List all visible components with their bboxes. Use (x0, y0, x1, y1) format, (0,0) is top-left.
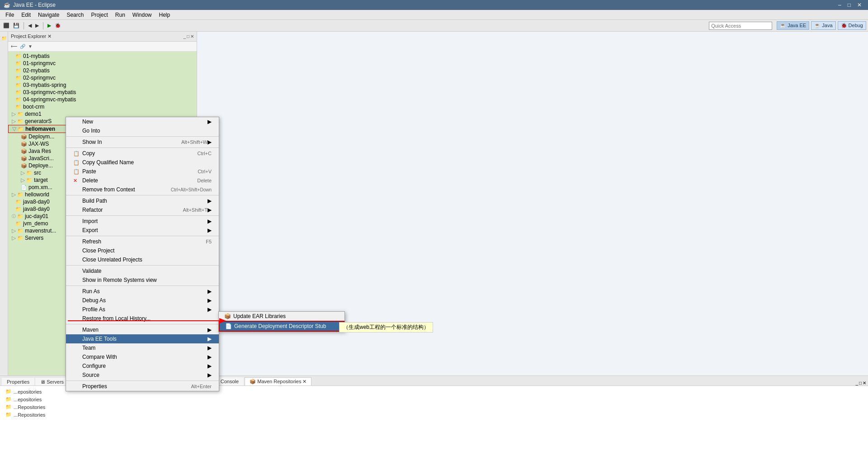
pe-menu[interactable]: ▼ (27, 43, 33, 49)
pe-actions: _ □ ✕ (183, 34, 194, 39)
cm-sep-5 (66, 236, 219, 236)
menu-navigate[interactable]: Navigate (34, 11, 63, 19)
bottom-panel-minimize[interactable]: _ (855, 380, 858, 385)
bottom-panel-maximize[interactable]: □ (859, 380, 862, 385)
cm-sep-4 (66, 215, 219, 216)
repo-item-2: 📁...epositories (2, 395, 866, 403)
tree-item-boot-crm[interactable]: 📁boot-crm (8, 103, 197, 110)
app-icon: ☕ (4, 2, 10, 8)
context-menu: New▶ Go Into Show InAlt+Shift+W▶ 📋CopyCt… (66, 117, 219, 391)
menu-file[interactable]: File (2, 11, 18, 19)
cm-sep-1 (66, 136, 219, 137)
sm-update-ear-label: Update EAR Libraries (233, 313, 286, 319)
cm-properties[interactable]: PropertiesAlt+Enter (66, 382, 219, 391)
java-ee-submenu: 📦 Update EAR Libraries 📄 Generate Deploy… (218, 311, 345, 332)
cm-refresh[interactable]: RefreshF5 (66, 237, 219, 246)
menu-search[interactable]: Search (63, 11, 87, 19)
cm-show-remote[interactable]: Show in Remote Systems view (66, 276, 219, 285)
tb-back-button[interactable]: ◀ (27, 22, 33, 29)
menu-project[interactable]: Project (87, 11, 111, 19)
toolbar: ⬛ 💾 ◀ ▶ ▶ 🐞 ☕ Java EE ☕ Java 🐞 Debug (0, 20, 868, 32)
perspective-java[interactable]: ☕ Java (811, 21, 835, 30)
repo-item-3: 📁...Repositories (2, 403, 866, 411)
close-button[interactable]: ✕ (854, 2, 864, 8)
tree-item-01springmvc[interactable]: 📁01-springmvc (8, 60, 197, 67)
cm-source[interactable]: Source▶ (66, 371, 219, 380)
cm-configure[interactable]: Configure▶ (66, 361, 219, 371)
cm-debug-as[interactable]: Debug As▶ (66, 296, 219, 305)
cm-compare-with[interactable]: Compare With▶ (66, 352, 219, 361)
sm-generate-descriptor[interactable]: 📄 Generate Deployment Descriptor Stub (219, 321, 344, 332)
tb-save-button[interactable]: 💾 (12, 22, 21, 29)
cm-sep-6 (66, 265, 219, 266)
menu-edit[interactable]: Edit (18, 11, 34, 19)
cm-paste[interactable]: 📋PasteCtrl+V (66, 167, 219, 176)
menu-window[interactable]: Window (129, 11, 156, 19)
pe-collapse-all[interactable]: ⟵ (10, 43, 18, 49)
pe-title: Project Explorer ✕ (11, 33, 183, 39)
cm-run-as[interactable]: Run As▶ (66, 287, 219, 296)
pe-link-editor[interactable]: 🔗 (19, 43, 26, 49)
cm-show-in[interactable]: Show InAlt+Shift+W▶ (66, 138, 219, 147)
cm-remove-context[interactable]: Remove from ContextCtrl+Alt+Shift+Down (66, 185, 219, 194)
tree-item-02springmvc[interactable]: 📁02-springmvc (8, 74, 197, 81)
tree-item-03springmvc-mybatis[interactable]: 📁03-springmvc-mybatis (8, 89, 197, 96)
perspective-javaee[interactable]: ☕ Java EE (777, 21, 809, 30)
titlebar: ☕ Java EE - Eclipse – □ ✕ (0, 0, 868, 10)
pe-minimize[interactable]: _ (183, 34, 186, 39)
cm-copy-qualified[interactable]: 📋Copy Qualified Name (66, 158, 219, 167)
tb-debug-button[interactable]: 🐞 (53, 22, 62, 29)
cm-go-into[interactable]: Go Into (66, 126, 219, 135)
tree-item-03mybatis-spring[interactable]: 📁03-mybatis-spring (8, 81, 197, 89)
quick-access-input[interactable] (709, 22, 772, 30)
menu-run[interactable]: Run (112, 11, 129, 19)
minimize-button[interactable]: – (835, 2, 844, 8)
pe-toolbar: ⟵ 🔗 ▼ (8, 42, 197, 52)
tb-separator-1 (24, 22, 24, 29)
chinese-tooltip: （生成web工程的一个标准的结构） (339, 322, 433, 333)
cm-close-unrelated[interactable]: Close Unrelated Projects (66, 255, 219, 264)
project-explorer-header: Project Explorer ✕ _ □ ✕ (8, 32, 197, 42)
tb-run-button[interactable]: ▶ (46, 22, 52, 29)
sidebar-icon-1[interactable]: 📁 (1, 33, 6, 43)
tab-maven-repos[interactable]: 📦 Maven Repositories ✕ (245, 377, 311, 385)
cm-export[interactable]: Export▶ (66, 226, 219, 235)
cm-close-project[interactable]: Close Project (66, 246, 219, 255)
cm-validate[interactable]: Validate (66, 266, 219, 276)
menu-help[interactable]: Help (156, 11, 174, 19)
cm-import[interactable]: Import▶ (66, 217, 219, 226)
cm-restore-history[interactable]: Restore from Local History... (66, 314, 219, 323)
perspective-debug[interactable]: 🐞 Debug (838, 21, 866, 30)
cm-build-path[interactable]: Build Path▶ (66, 196, 219, 205)
cm-delete[interactable]: ✕DeleteDelete (66, 176, 219, 185)
pe-close[interactable]: ✕ (190, 34, 194, 39)
tree-item-01mybatis[interactable]: 📁01-mybatis (8, 52, 197, 60)
tab-servers[interactable]: 🖥 Servers (35, 378, 69, 385)
cm-sep-2 (66, 147, 219, 148)
tree-item-04springmvc-mybatis[interactable]: 📁04-springmvc-mybatis (8, 96, 197, 103)
cm-maven[interactable]: Maven▶ (66, 325, 219, 334)
tb-separator-2 (43, 22, 43, 29)
bottom-panel-close[interactable]: ✕ (863, 380, 866, 385)
tooltip-text: （生成web工程的一个标准的结构） (343, 324, 429, 330)
perspective-buttons: ☕ Java EE ☕ Java 🐞 Debug (777, 21, 866, 30)
generate-descriptor-icon: 📄 (225, 323, 232, 329)
cm-new[interactable]: New▶ (66, 117, 219, 126)
tree-item-02mybatis[interactable]: 📁02-mybatis (8, 67, 197, 74)
maximize-button[interactable]: □ (845, 2, 854, 8)
tb-new-button[interactable]: ⬛ (2, 22, 11, 29)
tab-properties[interactable]: Properties (2, 378, 34, 385)
quick-access-area (709, 22, 772, 30)
sm-update-ear[interactable]: 📦 Update EAR Libraries (219, 312, 344, 321)
cm-java-ee-tools[interactable]: Java EE Tools▶ (66, 334, 219, 343)
update-ear-icon: 📦 (224, 313, 231, 319)
pe-maximize[interactable]: □ (187, 34, 189, 39)
cm-profile-as[interactable]: Profile As▶ (66, 305, 219, 314)
cm-copy[interactable]: 📋CopyCtrl+C (66, 149, 219, 158)
cm-team[interactable]: Team▶ (66, 343, 219, 352)
title-text: Java EE - Eclipse (13, 2, 56, 8)
cm-sep-8 (66, 324, 219, 324)
cm-refactor[interactable]: RefactorAlt+Shift+T▶ (66, 205, 219, 214)
left-sidebar-icons: 📁 (0, 32, 8, 376)
tb-forward-button[interactable]: ▶ (34, 22, 40, 29)
